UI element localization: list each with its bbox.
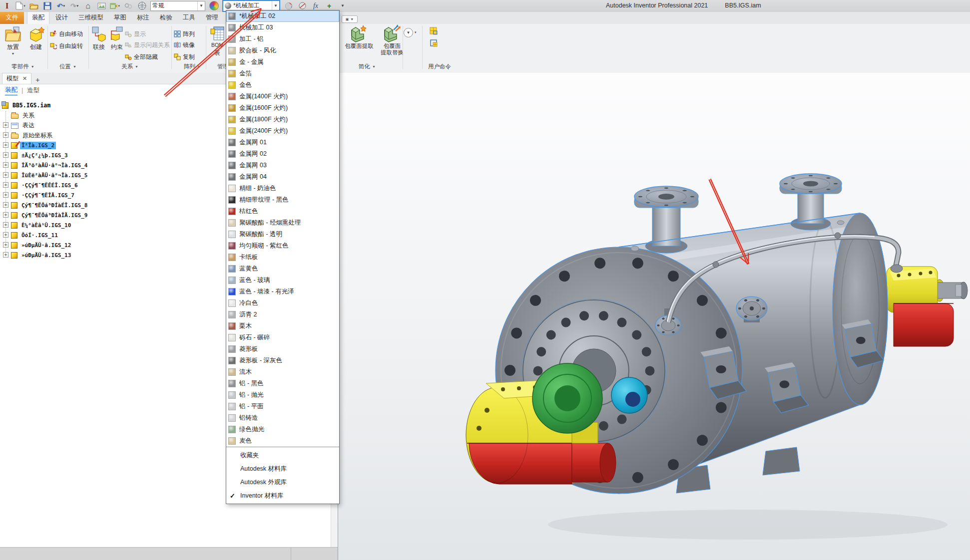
- appearance-item[interactable]: 金属(2400F 火灼): [226, 125, 339, 137]
- save-icon[interactable]: [42, 1, 52, 10]
- bom-button[interactable]: BOM 表: [208, 26, 227, 57]
- appearance-item[interactable]: 金属网 01: [226, 137, 339, 148]
- ribbon-tab[interactable]: 草图: [109, 12, 131, 24]
- expander-icon[interactable]: +: [3, 192, 8, 198]
- presentation-icon[interactable]: [123, 1, 133, 10]
- free-rotate-button[interactable]: 自由旋转: [50, 40, 83, 51]
- library-item[interactable]: Autodesk 外观库: [226, 476, 339, 489]
- expander-icon[interactable]: +: [3, 202, 8, 208]
- appearance-item[interactable]: 胶合板 - 风化: [226, 45, 339, 56]
- expander-icon[interactable]: +: [3, 152, 8, 158]
- appearance-item[interactable]: 绿色抛光: [226, 424, 339, 435]
- clear-appearance-icon[interactable]: [297, 1, 307, 10]
- add-command-icon[interactable]: +: [324, 1, 334, 10]
- ribbon-tab[interactable]: 工具: [178, 12, 200, 24]
- material-browser-icon[interactable]: [137, 1, 147, 10]
- appearance-item[interactable]: 铝 - 平面: [226, 401, 339, 412]
- expander-icon[interactable]: +: [3, 252, 8, 258]
- pump-model[interactable]: [466, 174, 968, 540]
- place-button[interactable]: 放置 ▼: [2, 26, 24, 55]
- appearance-item[interactable]: 精细 - 奶油色: [226, 183, 339, 194]
- undo-icon[interactable]: ↶▾: [56, 1, 66, 10]
- group-component[interactable]: 零部件▼: [3, 62, 43, 71]
- fx-icon[interactable]: fx: [311, 1, 321, 10]
- appearance-item[interactable]: 蓝色 - 玻璃: [226, 275, 339, 286]
- redo-icon[interactable]: ↷▾: [69, 1, 79, 10]
- mirror-button[interactable]: 镜像: [174, 39, 195, 50]
- style-combo[interactable]: 常规 ▼: [150, 1, 205, 11]
- expander-icon[interactable]: +: [3, 232, 8, 238]
- constrain-button[interactable]: 约束: [108, 26, 126, 51]
- open-icon[interactable]: [29, 1, 39, 10]
- viewport-3d[interactable]: [338, 73, 970, 560]
- appearance-item[interactable]: 均匀顺砌 - 紫红色: [226, 240, 339, 252]
- home-icon[interactable]: ⌂: [83, 1, 93, 10]
- adjust-appearance-icon[interactable]: [284, 1, 294, 10]
- appearance-item[interactable]: 冷白色: [226, 297, 339, 309]
- appearance-item[interactable]: 流木: [226, 366, 339, 378]
- view-assembly-link[interactable]: 装配: [5, 86, 17, 95]
- appearance-item[interactable]: 铝 - 黑色: [226, 378, 339, 389]
- appearance-item[interactable]: 卡纸板: [226, 252, 339, 263]
- library-item[interactable]: Autodesk 材料库: [226, 462, 339, 476]
- close-icon[interactable]: ✕: [22, 75, 27, 82]
- new-file-icon[interactable]: ▾: [15, 1, 25, 10]
- appearance-item[interactable]: 金属(1600F 火灼): [226, 102, 339, 114]
- show-sick-relationships-button[interactable]: 显示问题关系: [125, 39, 170, 50]
- panel-expand-button[interactable]: ▼▾: [404, 28, 413, 37]
- add-browser-tab-button[interactable]: +: [31, 76, 43, 84]
- expander-icon[interactable]: +: [3, 122, 8, 128]
- joint-button[interactable]: 联接: [90, 26, 108, 51]
- pump-assembly-model[interactable]: [338, 73, 970, 560]
- appearance-item[interactable]: 金属(1800F 火灼): [226, 114, 339, 125]
- create-button[interactable]: 创建: [25, 26, 47, 51]
- group-position[interactable]: 位置▼: [48, 62, 87, 71]
- shrinkwrap-replace-button[interactable]: 包覆面 提取替换: [376, 24, 409, 56]
- appearance-item[interactable]: 金属网 04: [226, 171, 339, 183]
- appearance-item[interactable]: 铝 - 抛光: [226, 389, 339, 401]
- appearance-item[interactable]: 砾石 - 碾碎: [226, 332, 339, 343]
- render-image-icon[interactable]: [96, 1, 106, 10]
- ribbon-collapse-button[interactable]: ▣▼: [342, 15, 358, 23]
- appearance-item[interactable]: 金属网 03: [226, 160, 339, 171]
- appearance-wheel-icon[interactable]: [209, 1, 219, 10]
- appearance-item[interactable]: 金属网 02: [226, 148, 339, 160]
- appearance-item[interactable]: 栗木: [226, 320, 339, 332]
- shrinkwrap-button[interactable]: 包覆面提取: [343, 24, 376, 49]
- appearance-item[interactable]: 菱形板: [226, 343, 339, 355]
- show-relationships-button[interactable]: 显示: [125, 28, 146, 39]
- appearance-item[interactable]: 蓝色 - 墙漆 - 有光泽: [226, 286, 339, 297]
- appearance-item[interactable]: *机械加工 02: [226, 10, 339, 22]
- appearance-item[interactable]: 铝铸造: [226, 412, 339, 424]
- expander-icon[interactable]: [3, 112, 8, 118]
- inventor-logo-icon[interactable]: I: [2, 1, 12, 10]
- appearance-item[interactable]: 沥青 2: [226, 309, 339, 320]
- ribbon-tab[interactable]: 管理: [201, 12, 223, 24]
- export-icon[interactable]: ▾: [110, 1, 120, 10]
- ribbon-tab[interactable]: 文件: [0, 12, 24, 24]
- ribbon-tab[interactable]: 检验: [155, 12, 177, 24]
- group-simplify[interactable]: 简化▼: [350, 62, 385, 71]
- expander-icon[interactable]: +: [3, 182, 8, 188]
- user-command-1[interactable]: [430, 27, 438, 37]
- ribbon-tab[interactable]: 设计: [51, 12, 72, 24]
- appearance-item[interactable]: 桔红色: [226, 206, 339, 217]
- ribbon-tab[interactable]: 三维模型: [74, 12, 108, 24]
- appearance-item[interactable]: 聚碳酸酯 - 经烟熏处理: [226, 217, 339, 229]
- appearance-item[interactable]: 聚碳酸酯 - 透明: [226, 229, 339, 240]
- expander-icon[interactable]: +: [3, 172, 8, 178]
- appearance-item[interactable]: 麦色: [226, 435, 339, 447]
- appearance-item[interactable]: 金色: [226, 79, 339, 91]
- ribbon-tab[interactable]: 装配: [27, 11, 49, 24]
- qat-chevron-icon[interactable]: ▼: [338, 1, 348, 10]
- appearance-item[interactable]: 蓝黄色: [226, 263, 339, 275]
- hide-all-button[interactable]: 全部隐藏: [125, 51, 158, 62]
- appearance-item[interactable]: 金 - 金属: [226, 56, 339, 68]
- library-item[interactable]: ✓ Inventor 材料库: [226, 489, 339, 503]
- group-pattern[interactable]: 阵列▼: [175, 62, 210, 71]
- appearance-item[interactable]: 金属(1400F 火灼): [226, 91, 339, 102]
- expander-icon[interactable]: +: [3, 212, 8, 218]
- appearance-item[interactable]: 精细带纹理 - 黑色: [226, 194, 339, 206]
- browser-tab-model[interactable]: 模型 ✕: [2, 73, 31, 84]
- expander-icon[interactable]: +: [3, 132, 8, 138]
